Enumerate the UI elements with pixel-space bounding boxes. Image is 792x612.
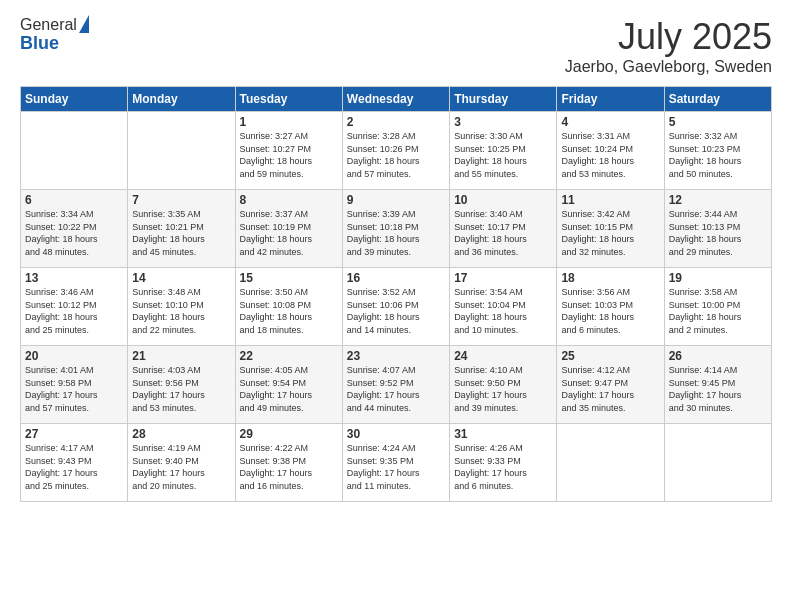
cell-w4-d5 (557, 424, 664, 502)
day-info-w2-d3: Sunrise: 3:52 AM Sunset: 10:06 PM Daylig… (347, 286, 445, 336)
week-row-3: 20Sunrise: 4:01 AM Sunset: 9:58 PM Dayli… (21, 346, 772, 424)
cell-w1-d6: 12Sunrise: 3:44 AM Sunset: 10:13 PM Dayl… (664, 190, 771, 268)
week-row-2: 13Sunrise: 3:46 AM Sunset: 10:12 PM Dayl… (21, 268, 772, 346)
day-num-w3-d4: 24 (454, 349, 552, 363)
cell-w2-d1: 14Sunrise: 3:48 AM Sunset: 10:10 PM Dayl… (128, 268, 235, 346)
cell-w4-d2: 29Sunrise: 4:22 AM Sunset: 9:38 PM Dayli… (235, 424, 342, 502)
day-num-w1-d3: 9 (347, 193, 445, 207)
day-info-w1-d4: Sunrise: 3:40 AM Sunset: 10:17 PM Daylig… (454, 208, 552, 258)
cell-w3-d0: 20Sunrise: 4:01 AM Sunset: 9:58 PM Dayli… (21, 346, 128, 424)
day-num-w2-d0: 13 (25, 271, 123, 285)
cell-w2-d3: 16Sunrise: 3:52 AM Sunset: 10:06 PM Dayl… (342, 268, 449, 346)
day-info-w0-d6: Sunrise: 3:32 AM Sunset: 10:23 PM Daylig… (669, 130, 767, 180)
day-num-w3-d3: 23 (347, 349, 445, 363)
cell-w3-d2: 22Sunrise: 4:05 AM Sunset: 9:54 PM Dayli… (235, 346, 342, 424)
cell-w1-d2: 8Sunrise: 3:37 AM Sunset: 10:19 PM Dayli… (235, 190, 342, 268)
day-info-w2-d1: Sunrise: 3:48 AM Sunset: 10:10 PM Daylig… (132, 286, 230, 336)
cell-w0-d1 (128, 112, 235, 190)
day-info-w3-d5: Sunrise: 4:12 AM Sunset: 9:47 PM Dayligh… (561, 364, 659, 414)
logo-general-text: General (20, 16, 77, 34)
day-num-w2-d6: 19 (669, 271, 767, 285)
logo-triangle-icon (79, 15, 89, 33)
day-num-w1-d5: 11 (561, 193, 659, 207)
week-row-4: 27Sunrise: 4:17 AM Sunset: 9:43 PM Dayli… (21, 424, 772, 502)
day-num-w2-d1: 14 (132, 271, 230, 285)
day-num-w1-d4: 10 (454, 193, 552, 207)
day-num-w1-d2: 8 (240, 193, 338, 207)
day-info-w3-d2: Sunrise: 4:05 AM Sunset: 9:54 PM Dayligh… (240, 364, 338, 414)
cell-w2-d6: 19Sunrise: 3:58 AM Sunset: 10:00 PM Dayl… (664, 268, 771, 346)
day-num-w3-d5: 25 (561, 349, 659, 363)
day-num-w0-d4: 3 (454, 115, 552, 129)
day-num-w3-d0: 20 (25, 349, 123, 363)
day-num-w2-d5: 18 (561, 271, 659, 285)
day-num-w2-d3: 16 (347, 271, 445, 285)
day-num-w1-d1: 7 (132, 193, 230, 207)
day-info-w3-d0: Sunrise: 4:01 AM Sunset: 9:58 PM Dayligh… (25, 364, 123, 414)
day-num-w2-d4: 17 (454, 271, 552, 285)
logo-blue-text: Blue (20, 33, 59, 53)
day-num-w4-d2: 29 (240, 427, 338, 441)
col-saturday: Saturday (664, 87, 771, 112)
cell-w3-d3: 23Sunrise: 4:07 AM Sunset: 9:52 PM Dayli… (342, 346, 449, 424)
cell-w1-d3: 9Sunrise: 3:39 AM Sunset: 10:18 PM Dayli… (342, 190, 449, 268)
cell-w2-d0: 13Sunrise: 3:46 AM Sunset: 10:12 PM Dayl… (21, 268, 128, 346)
cell-w0-d2: 1Sunrise: 3:27 AM Sunset: 10:27 PM Dayli… (235, 112, 342, 190)
day-info-w3-d3: Sunrise: 4:07 AM Sunset: 9:52 PM Dayligh… (347, 364, 445, 414)
cell-w1-d0: 6Sunrise: 3:34 AM Sunset: 10:22 PM Dayli… (21, 190, 128, 268)
day-info-w2-d2: Sunrise: 3:50 AM Sunset: 10:08 PM Daylig… (240, 286, 338, 336)
cell-w2-d2: 15Sunrise: 3:50 AM Sunset: 10:08 PM Dayl… (235, 268, 342, 346)
day-info-w1-d2: Sunrise: 3:37 AM Sunset: 10:19 PM Daylig… (240, 208, 338, 258)
day-info-w4-d2: Sunrise: 4:22 AM Sunset: 9:38 PM Dayligh… (240, 442, 338, 492)
day-info-w3-d4: Sunrise: 4:10 AM Sunset: 9:50 PM Dayligh… (454, 364, 552, 414)
day-info-w1-d3: Sunrise: 3:39 AM Sunset: 10:18 PM Daylig… (347, 208, 445, 258)
cell-w4-d1: 28Sunrise: 4:19 AM Sunset: 9:40 PM Dayli… (128, 424, 235, 502)
day-num-w1-d0: 6 (25, 193, 123, 207)
col-thursday: Thursday (450, 87, 557, 112)
cell-w3-d1: 21Sunrise: 4:03 AM Sunset: 9:56 PM Dayli… (128, 346, 235, 424)
cell-w0-d4: 3Sunrise: 3:30 AM Sunset: 10:25 PM Dayli… (450, 112, 557, 190)
day-info-w4-d3: Sunrise: 4:24 AM Sunset: 9:35 PM Dayligh… (347, 442, 445, 492)
day-info-w0-d4: Sunrise: 3:30 AM Sunset: 10:25 PM Daylig… (454, 130, 552, 180)
day-info-w3-d1: Sunrise: 4:03 AM Sunset: 9:56 PM Dayligh… (132, 364, 230, 414)
main-title: July 2025 (565, 16, 772, 58)
cell-w1-d1: 7Sunrise: 3:35 AM Sunset: 10:21 PM Dayli… (128, 190, 235, 268)
day-info-w0-d3: Sunrise: 3:28 AM Sunset: 10:26 PM Daylig… (347, 130, 445, 180)
cell-w4-d0: 27Sunrise: 4:17 AM Sunset: 9:43 PM Dayli… (21, 424, 128, 502)
day-num-w1-d6: 12 (669, 193, 767, 207)
day-num-w3-d1: 21 (132, 349, 230, 363)
title-block: July 2025 Jaerbo, Gaevleborg, Sweden (565, 16, 772, 76)
day-info-w2-d6: Sunrise: 3:58 AM Sunset: 10:00 PM Daylig… (669, 286, 767, 336)
cell-w3-d5: 25Sunrise: 4:12 AM Sunset: 9:47 PM Dayli… (557, 346, 664, 424)
day-info-w1-d6: Sunrise: 3:44 AM Sunset: 10:13 PM Daylig… (669, 208, 767, 258)
day-num-w0-d2: 1 (240, 115, 338, 129)
day-num-w2-d2: 15 (240, 271, 338, 285)
cell-w0-d3: 2Sunrise: 3:28 AM Sunset: 10:26 PM Dayli… (342, 112, 449, 190)
day-num-w4-d1: 28 (132, 427, 230, 441)
cell-w4-d3: 30Sunrise: 4:24 AM Sunset: 9:35 PM Dayli… (342, 424, 449, 502)
col-tuesday: Tuesday (235, 87, 342, 112)
day-info-w4-d4: Sunrise: 4:26 AM Sunset: 9:33 PM Dayligh… (454, 442, 552, 492)
day-info-w4-d1: Sunrise: 4:19 AM Sunset: 9:40 PM Dayligh… (132, 442, 230, 492)
day-num-w0-d6: 5 (669, 115, 767, 129)
cell-w0-d5: 4Sunrise: 3:31 AM Sunset: 10:24 PM Dayli… (557, 112, 664, 190)
day-info-w2-d5: Sunrise: 3:56 AM Sunset: 10:03 PM Daylig… (561, 286, 659, 336)
cell-w1-d5: 11Sunrise: 3:42 AM Sunset: 10:15 PM Dayl… (557, 190, 664, 268)
day-info-w2-d0: Sunrise: 3:46 AM Sunset: 10:12 PM Daylig… (25, 286, 123, 336)
day-num-w4-d3: 30 (347, 427, 445, 441)
day-num-w4-d4: 31 (454, 427, 552, 441)
calendar-header-row: Sunday Monday Tuesday Wednesday Thursday… (21, 87, 772, 112)
day-num-w0-d5: 4 (561, 115, 659, 129)
day-info-w0-d2: Sunrise: 3:27 AM Sunset: 10:27 PM Daylig… (240, 130, 338, 180)
cell-w1-d4: 10Sunrise: 3:40 AM Sunset: 10:17 PM Dayl… (450, 190, 557, 268)
header: General Blue July 2025 Jaerbo, Gaevlebor… (20, 16, 772, 76)
day-num-w4-d0: 27 (25, 427, 123, 441)
cell-w2-d5: 18Sunrise: 3:56 AM Sunset: 10:03 PM Dayl… (557, 268, 664, 346)
week-row-0: 1Sunrise: 3:27 AM Sunset: 10:27 PM Dayli… (21, 112, 772, 190)
col-friday: Friday (557, 87, 664, 112)
cell-w4-d6 (664, 424, 771, 502)
cell-w4-d4: 31Sunrise: 4:26 AM Sunset: 9:33 PM Dayli… (450, 424, 557, 502)
week-row-1: 6Sunrise: 3:34 AM Sunset: 10:22 PM Dayli… (21, 190, 772, 268)
cell-w3-d4: 24Sunrise: 4:10 AM Sunset: 9:50 PM Dayli… (450, 346, 557, 424)
subtitle: Jaerbo, Gaevleborg, Sweden (565, 58, 772, 76)
